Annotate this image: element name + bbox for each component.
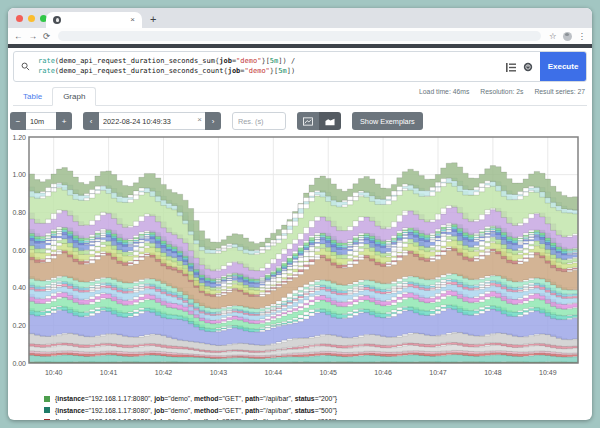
x-axis-tick-label: 10:44 xyxy=(265,369,283,376)
close-tab-icon[interactable]: × xyxy=(130,16,135,24)
legend-label: {instance="192.168.1.17:8080", job="demo… xyxy=(55,418,337,420)
browser-menu-icon[interactable]: ⋮ xyxy=(578,31,587,41)
search-icon xyxy=(14,52,36,81)
series-legend: {instance="192.168.1.17:8080", job="demo… xyxy=(44,393,592,420)
legend-label: {instance="192.168.1.17:8080", job="demo… xyxy=(55,395,337,402)
stat-item: Result series: 27 xyxy=(534,88,585,95)
legend-swatch xyxy=(44,396,50,402)
x-axis-tick-label: 10:40 xyxy=(45,369,63,376)
query-side-icons xyxy=(499,52,540,81)
browser-tab[interactable]: × xyxy=(46,12,142,28)
clear-time-icon[interactable]: × xyxy=(197,115,202,125)
show-exemplars-button[interactable]: Show Exemplars xyxy=(352,112,423,130)
stacked-area-chart[interactable]: 0.000.200.400.600.801.001.2010:4010:4110… xyxy=(8,135,592,377)
y-axis-tick-label: 1.00 xyxy=(12,171,26,178)
y-axis-tick-label: 0.00 xyxy=(12,360,26,367)
y-axis-tick-label: 0.60 xyxy=(12,247,26,254)
stacked-chart-button[interactable] xyxy=(319,112,341,130)
x-axis-tick-label: 10:45 xyxy=(319,369,337,376)
window-controls xyxy=(16,15,47,22)
forward-icon[interactable]: → xyxy=(29,31,38,41)
new-tab-button[interactable]: + xyxy=(150,12,156,26)
range-input[interactable] xyxy=(26,112,56,130)
time-forward-button[interactable]: › xyxy=(205,112,221,130)
range-control: − + xyxy=(10,112,72,130)
y-axis-tick-label: 0.80 xyxy=(12,209,26,216)
graph-area: 0.000.200.400.600.801.001.2010:4010:4110… xyxy=(8,135,592,381)
tree-view-icon[interactable] xyxy=(506,58,516,76)
browser-window: × + ← → ⟳ ☆ ⋮ rate(demo_api_request_dura… xyxy=(8,8,592,420)
execute-button[interactable]: Execute xyxy=(540,52,586,81)
back-icon[interactable]: ← xyxy=(14,31,23,41)
reload-icon[interactable]: ⟳ xyxy=(43,31,50,41)
query-panel: rate(demo_api_request_duration_seconds_s… xyxy=(13,51,587,82)
y-axis-tick-label: 0.40 xyxy=(12,284,26,291)
time-control: ‹ × › xyxy=(83,112,221,130)
range-decrease-button[interactable]: − xyxy=(10,112,26,130)
stat-item: Resolution: 2s xyxy=(480,88,523,95)
minimize-window-button[interactable] xyxy=(28,15,35,22)
legend-item[interactable]: {instance="192.168.1.17:8080", job="demo… xyxy=(44,393,592,405)
legend-item[interactable]: {instance="192.168.1.17:8080", job="demo… xyxy=(44,416,592,420)
resolution-input[interactable] xyxy=(232,112,286,130)
legend-item[interactable]: {instance="192.168.1.17:8080", job="demo… xyxy=(44,405,592,417)
legend-swatch xyxy=(44,419,50,420)
y-axis-tick-label: 1.20 xyxy=(12,135,26,141)
browser-tab-strip: × + xyxy=(8,8,592,28)
url-bar[interactable] xyxy=(58,31,541,41)
datetime-input[interactable] xyxy=(99,112,205,130)
x-axis-tick-label: 10:49 xyxy=(539,369,557,376)
y-axis-tick-label: 0.20 xyxy=(12,322,26,329)
query-expression-input[interactable]: rate(demo_api_request_duration_seconds_s… xyxy=(36,52,499,81)
tab-table[interactable]: Table xyxy=(13,88,52,105)
app-navbar xyxy=(8,44,592,48)
bookmark-star-icon[interactable]: ☆ xyxy=(549,31,557,41)
legend-label: {instance="192.168.1.17:8080", job="demo… xyxy=(55,407,337,414)
x-axis-tick-label: 10:46 xyxy=(374,369,392,376)
screenshot-frame: × + ← → ⟳ ☆ ⋮ rate(demo_api_request_dura… xyxy=(0,0,600,428)
metrics-explorer-icon[interactable] xyxy=(523,58,533,76)
browser-address-bar: ← → ⟳ ☆ ⋮ xyxy=(8,28,592,44)
close-window-button[interactable] xyxy=(16,15,23,22)
time-back-button[interactable]: ‹ xyxy=(83,112,99,130)
legend-swatch xyxy=(44,407,50,413)
range-increase-button[interactable]: + xyxy=(56,112,72,130)
chart-type-toggle xyxy=(297,112,341,130)
graph-toolbar: − + ‹ × › Show Exempla xyxy=(10,111,587,131)
prometheus-favicon xyxy=(53,16,61,24)
x-axis-tick-label: 10:42 xyxy=(155,369,173,376)
stat-item: Load time: 46ms xyxy=(419,88,469,95)
query-stats: Load time: 46msResolution: 2sResult seri… xyxy=(419,88,585,95)
x-axis-tick-label: 10:41 xyxy=(100,369,118,376)
x-axis-tick-label: 10:47 xyxy=(429,369,447,376)
profile-avatar[interactable] xyxy=(563,32,572,41)
x-axis-tick-label: 10:43 xyxy=(210,369,228,376)
query-expression-line: rate(demo_api_request_duration_seconds_c… xyxy=(38,66,497,76)
line-chart-button[interactable] xyxy=(297,112,319,130)
result-tabs: Table Graph Load time: 46msResolution: 2… xyxy=(13,85,587,106)
query-expression-line: rate(demo_api_request_duration_seconds_s… xyxy=(38,56,497,66)
x-axis-tick-label: 10:48 xyxy=(484,369,502,376)
tab-graph[interactable]: Graph xyxy=(52,87,96,106)
